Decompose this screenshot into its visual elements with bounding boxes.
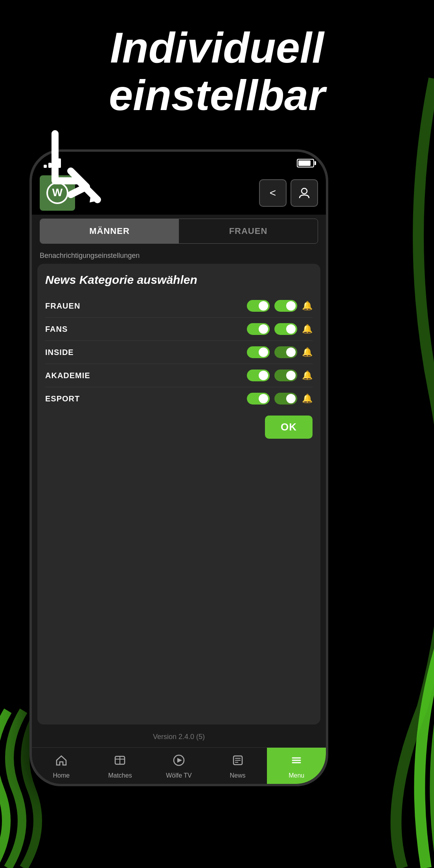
toggle-1[interactable]	[247, 323, 270, 335]
phone-frame: W < MÄNNER FRAUEN Benachrichtigungseinst…	[29, 149, 328, 786]
settings-label: Benachrichtigungseinstellungen	[32, 248, 326, 262]
news-label: News	[230, 772, 246, 779]
version-text: Version 2.4.0 (5)	[32, 726, 326, 747]
ok-button-row: OK	[45, 416, 313, 439]
category-name: FRAUEN	[45, 302, 247, 311]
svg-point-2	[302, 188, 307, 194]
toggle-2[interactable]	[274, 370, 297, 381]
bottom-nav: Home Matches Wölfe TV News Menu	[32, 747, 326, 784]
nav-item-news[interactable]: News	[208, 748, 267, 784]
category-name: AKADEMIE	[45, 371, 247, 380]
nav-item-home[interactable]: Home	[32, 748, 91, 784]
bell-icon: 🔔	[302, 301, 313, 311]
modal-card: News Kategorie auswählen FRAUEN 🔔 FANS 🔔…	[37, 264, 320, 725]
svg-marker-7	[177, 758, 182, 763]
category-row: INSIDE 🔔	[45, 341, 313, 364]
toggle-group: 🔔	[247, 346, 313, 358]
menu-icon	[290, 754, 303, 770]
matches-label: Matches	[108, 772, 132, 779]
tab-maenner[interactable]: MÄNNER	[40, 219, 179, 243]
back-button[interactable]: <	[259, 179, 287, 207]
tab-switcher: MÄNNER FRAUEN	[40, 219, 318, 244]
arrow-icon	[31, 126, 110, 212]
battery-icon	[297, 159, 314, 167]
tab-frauen[interactable]: FRAUEN	[179, 219, 318, 243]
category-name: FANS	[45, 325, 247, 334]
home-label: Home	[53, 772, 70, 779]
ok-button[interactable]: OK	[265, 416, 313, 439]
toggle-1[interactable]	[247, 300, 270, 312]
toggle-2[interactable]	[274, 346, 297, 358]
category-name: INSIDE	[45, 348, 247, 357]
news-icon	[232, 754, 244, 770]
modal-title: News Kategorie auswählen	[45, 273, 313, 287]
phone-screen: W < MÄNNER FRAUEN Benachrichtigungseinst…	[32, 152, 326, 784]
toggle-2[interactable]	[274, 393, 297, 405]
header-icons: <	[259, 179, 318, 207]
wolfe-tv-icon	[173, 754, 185, 770]
category-row: ESPORT 🔔	[45, 387, 313, 410]
headline-line2: einstellbar	[0, 71, 434, 119]
toggle-group: 🔔	[247, 393, 313, 405]
toggle-group: 🔔	[247, 323, 313, 335]
category-name: ESPORT	[45, 394, 247, 403]
toggle-2[interactable]	[274, 323, 297, 335]
toggle-2[interactable]	[274, 300, 297, 312]
category-list: FRAUEN 🔔 FANS 🔔 INSIDE 🔔 AKADEMIE	[45, 294, 313, 410]
menu-label: Menu	[289, 772, 304, 779]
nav-item-matches[interactable]: Matches	[91, 748, 150, 784]
toggle-group: 🔔	[247, 370, 313, 381]
bell-icon: 🔔	[302, 394, 313, 404]
toggle-1[interactable]	[247, 346, 270, 358]
nav-item-wolfe-tv[interactable]: Wölfe TV	[149, 748, 208, 784]
home-icon	[55, 754, 68, 770]
toggle-group: 🔔	[247, 300, 313, 312]
headline-line1: Individuell	[0, 24, 434, 71]
toggle-1[interactable]	[247, 370, 270, 381]
profile-button[interactable]	[291, 179, 318, 207]
nav-item-menu[interactable]: Menu	[267, 748, 326, 784]
category-row: FANS 🔔	[45, 318, 313, 341]
bell-icon: 🔔	[302, 347, 313, 357]
headline: Individuell einstellbar	[0, 24, 434, 119]
toggle-1[interactable]	[247, 393, 270, 405]
category-row: FRAUEN 🔔	[45, 294, 313, 318]
wolfe-tv-label: Wölfe TV	[166, 772, 192, 779]
bell-icon: 🔔	[302, 370, 313, 381]
matches-icon	[114, 754, 126, 770]
bell-icon: 🔔	[302, 324, 313, 334]
category-row: AKADEMIE 🔔	[45, 364, 313, 387]
